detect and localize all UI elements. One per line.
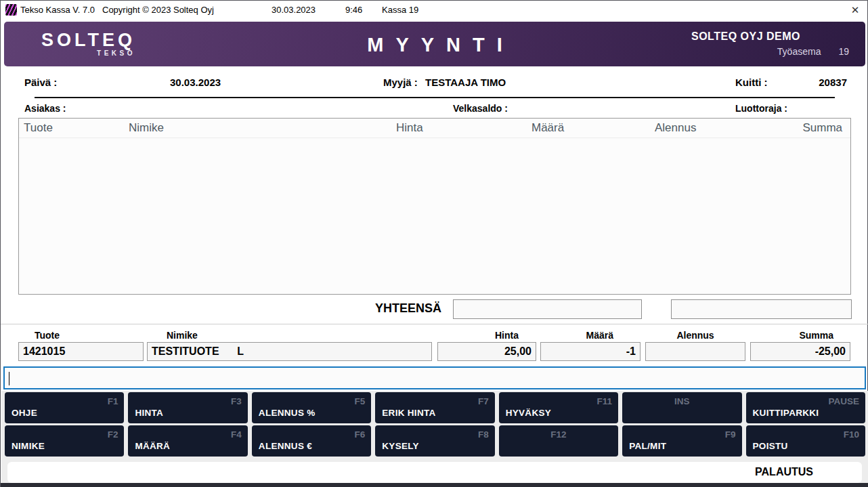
fkey-code: PAUSE — [828, 396, 859, 406]
line-total-field[interactable]: -25,00 — [750, 342, 850, 361]
fkey-code: F2 — [108, 429, 118, 440]
fkey-label: KYSELY — [382, 441, 419, 451]
fkey-nimike[interactable]: F2NIMIKE — [5, 425, 124, 457]
fkey-code: F3 — [231, 396, 242, 406]
date-label: Päivä : — [24, 77, 57, 88]
fkey-code: F8 — [478, 429, 489, 440]
workstation-number: 19 — [838, 46, 849, 57]
col-header-alennus: Alennus — [655, 121, 696, 135]
fkey-pal-mit[interactable]: F9PAL/MIT — [622, 425, 741, 457]
fkey-hinta[interactable]: F3HINTA — [128, 392, 247, 423]
fkey-label: PAL/MIT — [629, 441, 666, 451]
titlebar-date: 30.03.2023 — [272, 5, 316, 15]
mode-indicator: PALAUTUS — [755, 466, 813, 478]
fkey-erik-hinta[interactable]: F7ERIK HINTA — [375, 392, 494, 423]
fkey-code: INS — [622, 396, 741, 406]
header-banner: SOLTEQ TEKSO MYYNTI SOLTEQ OYJ DEMO Työa… — [4, 22, 865, 66]
totals-divider — [1, 324, 868, 324]
product-code-field[interactable]: 1421015 — [18, 342, 144, 361]
date-value: 30.03.2023 — [170, 77, 221, 88]
total-label: YHTEENSÄ — [375, 301, 441, 316]
fkey-f12-blank[interactable]: F12 — [499, 425, 618, 457]
workstation-info: Työasema19 — [691, 46, 849, 57]
fkey-label: ALENNUS % — [259, 408, 316, 418]
price-field[interactable]: 25,00 — [437, 342, 536, 361]
register-number: Kassa 19 — [382, 5, 418, 15]
receipt-label: Kuitti : — [735, 77, 767, 88]
fkey-kysely[interactable]: F8KYSELY — [375, 425, 494, 457]
window-title: Tekso Kassa V. 7.0 — [20, 5, 95, 15]
fkey-kuittiparkki[interactable]: PAUSEKUITTIPARKKI — [746, 392, 865, 423]
discount-field[interactable] — [645, 342, 745, 361]
entry-label-tuote: Tuote — [35, 330, 60, 341]
window-bottom-edge — [1, 483, 868, 487]
fkey-code: F12 — [499, 429, 618, 440]
fkey-label: ALENNUS € — [259, 441, 312, 451]
fkey-code: F1 — [108, 396, 118, 406]
workstation-label: Työasema — [777, 46, 821, 57]
fkey-code: F6 — [355, 429, 366, 440]
fkey-label: NIMIKE — [12, 441, 45, 451]
product-name-field[interactable]: TESTITUOTE L — [147, 342, 432, 361]
entry-label-maara: Määrä — [540, 330, 613, 341]
app-logo-icon — [5, 4, 17, 16]
store-info: SOLTEQ OYJ DEMO Työasema19 — [691, 30, 849, 57]
col-header-hinta: Hinta — [396, 121, 423, 135]
col-header-tuote: Tuote — [24, 121, 53, 135]
fkey-label: MÄÄRÄ — [135, 441, 170, 451]
total-amount-field — [453, 299, 642, 319]
debt-label: Velkasaldo : — [453, 103, 508, 114]
seller-label: Myyjä : — [383, 77, 418, 88]
function-key-grid: F1OHJE F3HINTA F5ALENNUS % F7ERIK HINTA … — [5, 392, 865, 457]
app-window: Tekso Kassa V. 7.0 Copyright © 2023 Solt… — [0, 0, 868, 487]
customer-label: Asiakas : — [24, 103, 66, 114]
status-strip: PALAUTUS — [7, 462, 862, 483]
fkey-alennus-euro[interactable]: F6ALENNUS € — [252, 425, 371, 457]
table-header-rule — [19, 137, 850, 138]
quantity-field[interactable]: -1 — [540, 342, 641, 361]
entry-label-hinta: Hinta — [437, 330, 519, 341]
fkey-ins-blank[interactable]: INS — [622, 392, 741, 423]
entry-label-alennus: Alennus — [645, 330, 745, 341]
fkey-ohje[interactable]: F1OHJE — [5, 392, 124, 423]
command-input[interactable] — [3, 366, 866, 389]
fkey-label: ERIK HINTA — [382, 408, 435, 418]
fkey-code: F4 — [231, 429, 242, 440]
entry-label-summa: Summa — [750, 330, 833, 341]
fkey-maara[interactable]: F4MÄÄRÄ — [128, 425, 247, 457]
header-divider — [35, 97, 835, 98]
col-header-maara: Määrä — [531, 121, 564, 135]
fkey-code: F5 — [355, 396, 366, 406]
fkey-label: HYVÄKSY — [506, 408, 551, 418]
titlebar: Tekso Kassa V. 7.0 Copyright © 2023 Solt… — [1, 1, 867, 20]
fkey-label: OHJE — [12, 408, 37, 418]
titlebar-time: 9:46 — [345, 5, 362, 15]
fkey-label: HINTA — [135, 408, 163, 418]
fkey-code: F9 — [725, 429, 736, 440]
col-header-summa: Summa — [802, 121, 842, 135]
fkey-hyvaksy[interactable]: F11HYVÄKSY — [499, 392, 618, 423]
fkey-label: POISTU — [753, 441, 788, 451]
fkey-label: KUITTIPARKKI — [753, 408, 819, 418]
sale-lines-table[interactable]: Tuote Nimike Hinta Määrä Alennus Summa — [18, 118, 851, 295]
fkey-code: F11 — [597, 396, 613, 406]
copyright-text: Copyright © 2023 Solteq Oyj — [102, 5, 214, 15]
receipt-number: 20837 — [786, 77, 847, 88]
store-name: SOLTEQ OYJ DEMO — [691, 30, 800, 43]
close-icon[interactable]: ✕ — [848, 3, 862, 17]
text-cursor — [9, 372, 9, 385]
total-secondary-field — [671, 299, 852, 319]
credit-label: Luottoraja : — [735, 103, 787, 114]
fkey-alennus-prosentti[interactable]: F5ALENNUS % — [252, 392, 371, 423]
entry-label-nimike: Nimike — [167, 330, 198, 341]
seller-value: TESTAAJA TIMO — [425, 77, 506, 88]
col-header-nimike: Nimike — [129, 121, 164, 135]
fkey-code: F7 — [478, 396, 489, 406]
fkey-poistu[interactable]: F10POISTU — [746, 425, 865, 457]
fkey-code: F10 — [844, 429, 859, 440]
